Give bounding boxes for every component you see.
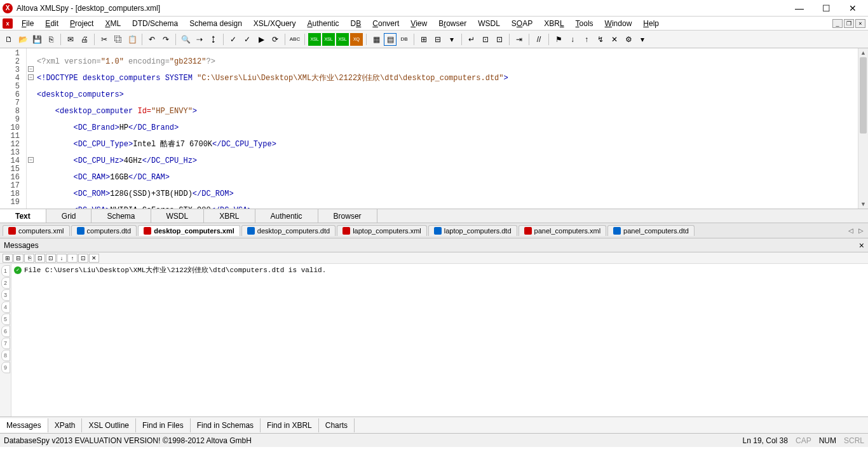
options-icon[interactable]: ⚙: [622, 33, 635, 46]
scroll-down-icon[interactable]: ▼: [858, 200, 868, 209]
wrap-icon[interactable]: ↵: [465, 33, 478, 46]
xsl1-icon[interactable]: XSL: [308, 33, 321, 46]
open-icon[interactable]: 📂: [17, 33, 29, 46]
file-tab-laptop-dtd[interactable]: laptop_computers.dtd: [428, 225, 517, 236]
xsl3-icon[interactable]: XSL: [336, 33, 349, 46]
file-tab-computers-dtd[interactable]: computers.dtd: [71, 225, 137, 236]
print-icon[interactable]: 🖨: [78, 33, 91, 46]
fold-toggle-icon[interactable]: −: [28, 66, 34, 72]
menu-project[interactable]: Project: [65, 18, 98, 29]
tab-browser[interactable]: Browser: [318, 209, 377, 223]
msg-clear-icon[interactable]: ✕: [89, 254, 99, 263]
btab-charts[interactable]: Charts: [319, 418, 355, 432]
msg-tool-icon[interactable]: ⊞: [3, 254, 13, 263]
grid-view-icon[interactable]: ▦: [370, 33, 383, 46]
transform-icon[interactable]: ▶: [255, 33, 268, 46]
bookmark-icon[interactable]: ⚑: [552, 33, 565, 46]
paste-icon[interactable]: 📋: [126, 33, 139, 46]
tab-grid[interactable]: Grid: [46, 209, 92, 223]
tab-authentic[interactable]: Authentic: [255, 209, 318, 223]
find-next-icon[interactable]: ⇢: [193, 33, 206, 46]
btab-xsl-outline[interactable]: XSL Outline: [82, 418, 136, 432]
file-tab-panel-dtd[interactable]: panel_computers.dtd: [607, 225, 695, 236]
msg-tool-icon[interactable]: ↓: [57, 254, 67, 263]
messages-content[interactable]: ✓ File C:\Users\Liu\Desktop\XML大作业\2122刘…: [11, 264, 868, 416]
tool3-icon[interactable]: ▾: [445, 33, 458, 46]
file-tab-panel-xml[interactable]: panel_computers.xml: [519, 225, 607, 236]
menu-wsdl[interactable]: WSDL: [473, 18, 505, 29]
file-tab-computers-xml[interactable]: computers.xml: [3, 225, 70, 236]
btab-messages[interactable]: Messages: [0, 418, 48, 432]
xq-icon[interactable]: XQ: [350, 33, 363, 46]
menu-browser[interactable]: Browser: [433, 18, 471, 29]
bm-next-icon[interactable]: ↓: [566, 33, 579, 46]
bm-clear-icon[interactable]: ↯: [594, 33, 607, 46]
msg-tool-icon[interactable]: ⊡: [35, 254, 45, 263]
replace-icon[interactable]: ⭥: [207, 33, 220, 46]
msg-tool-icon[interactable]: ⎘: [24, 254, 34, 263]
cut-icon[interactable]: ✂: [98, 33, 111, 46]
tool4-icon[interactable]: ⊡: [479, 33, 492, 46]
menu-authentic[interactable]: Authentic: [302, 18, 344, 29]
text-view-icon[interactable]: ▤: [384, 33, 397, 46]
tab-prev-icon[interactable]: ◁: [846, 226, 855, 235]
tab-next-icon[interactable]: ▷: [857, 226, 865, 235]
menu-xbrl[interactable]: XBRL: [539, 18, 569, 29]
redo-icon[interactable]: ↷: [159, 33, 172, 46]
vertical-scrollbar[interactable]: ▲ ▼: [858, 48, 868, 209]
new-icon[interactable]: 🗋: [3, 33, 15, 46]
scroll-up-icon[interactable]: ▲: [858, 48, 868, 57]
tab-xbrl[interactable]: XBRL: [204, 209, 255, 223]
close-button[interactable]: ✕: [840, 1, 865, 16]
xsl2-icon[interactable]: XSL: [322, 33, 335, 46]
menu-convert[interactable]: Convert: [367, 18, 404, 29]
minimize-button[interactable]: —: [787, 1, 812, 16]
fold-column[interactable]: − − −: [27, 48, 34, 209]
btab-find-xbrl[interactable]: Find in XBRL: [261, 418, 319, 432]
menu-schema[interactable]: Schema design: [184, 18, 247, 29]
btab-find-schemas[interactable]: Find in Schemas: [191, 418, 261, 432]
find-icon[interactable]: 🔍: [179, 33, 192, 46]
menu-view[interactable]: View: [405, 18, 432, 29]
tool5-icon[interactable]: ⊡: [493, 33, 506, 46]
fold-toggle-icon[interactable]: −: [28, 74, 34, 80]
mdi-restore-button[interactable]: ❐: [844, 19, 854, 28]
menu-soap[interactable]: SOAP: [506, 18, 538, 29]
maximize-button[interactable]: ☐: [813, 1, 839, 16]
file-tab-laptop-xml[interactable]: laptop_computers.xml: [337, 225, 427, 236]
abc-icon[interactable]: ABC: [288, 33, 301, 46]
messages-close-button[interactable]: ×: [859, 240, 864, 251]
code-editor[interactable]: 12345678910111213141516171819 − − − <?xm…: [0, 48, 868, 209]
menu-file[interactable]: File: [17, 18, 39, 29]
validate-icon[interactable]: ✓: [227, 33, 240, 46]
tab-text[interactable]: Text: [0, 209, 46, 223]
menu-window[interactable]: Window: [600, 18, 637, 29]
menu-xsl[interactable]: XSL/XQuery: [248, 18, 301, 29]
indent-icon[interactable]: ⇥: [513, 33, 526, 46]
menu-edit[interactable]: Edit: [40, 18, 64, 29]
msg-tool-icon[interactable]: ⊡: [78, 254, 88, 263]
menu-db[interactable]: DB: [346, 18, 367, 29]
msg-tool-icon[interactable]: ⊟: [13, 254, 24, 263]
tool1-icon[interactable]: ⊞: [417, 33, 430, 46]
debug-icon[interactable]: ⟳: [269, 33, 281, 46]
wellformed-icon[interactable]: ✓: [241, 33, 254, 46]
more-icon[interactable]: ▾: [636, 33, 649, 46]
undo-icon[interactable]: ↶: [146, 33, 158, 46]
comment-icon[interactable]: //: [532, 33, 545, 46]
menu-help[interactable]: Help: [638, 18, 664, 29]
menu-tools[interactable]: Tools: [571, 18, 599, 29]
save-icon[interactable]: 💾: [31, 33, 43, 46]
fold-toggle-icon[interactable]: −: [28, 157, 34, 163]
copy-icon[interactable]: ⿻: [112, 33, 125, 46]
scroll-thumb[interactable]: [860, 57, 867, 134]
file-tab-desktop-xml[interactable]: desktop_computers.xml: [138, 225, 240, 236]
mdi-close-button[interactable]: ×: [855, 19, 865, 28]
mail-icon[interactable]: ✉: [64, 33, 77, 46]
tool2-icon[interactable]: ⊟: [431, 33, 444, 46]
message-row[interactable]: ✓ File C:\Users\Liu\Desktop\XML大作业\2122刘…: [14, 265, 865, 275]
btab-xpath[interactable]: XPath: [48, 418, 83, 432]
msg-tool-icon[interactable]: ↑: [67, 254, 78, 263]
code-content[interactable]: <?xml version="1.0" encoding="gb2312"?> …: [34, 48, 858, 209]
menu-dtd[interactable]: DTD/Schema: [127, 18, 183, 29]
